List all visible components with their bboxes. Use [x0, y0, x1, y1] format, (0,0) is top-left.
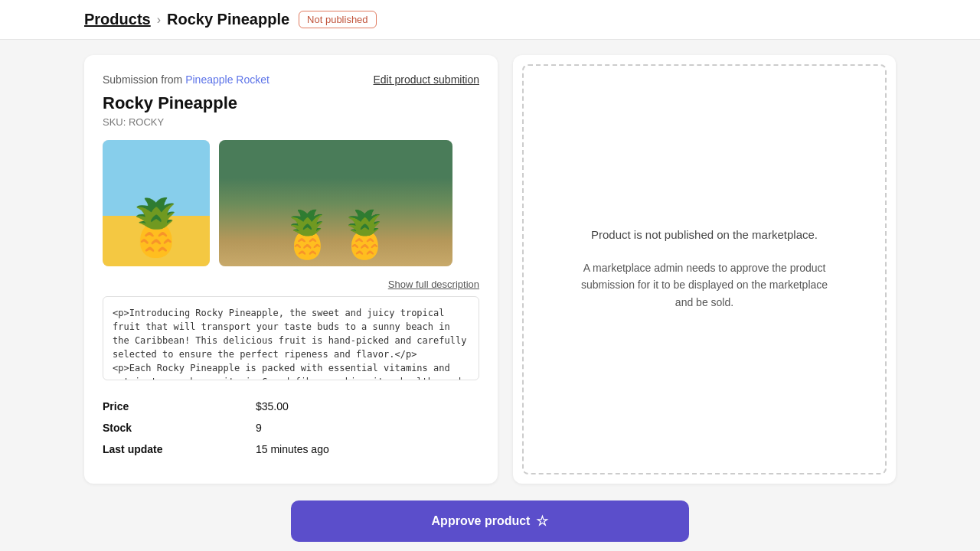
not-published-text: Product is not published on the marketpl… [591, 228, 818, 241]
approve-bar: Approve product ☆ [0, 491, 980, 551]
last-update-label: Last update [103, 443, 256, 455]
edit-product-link[interactable]: Edit product submition [373, 73, 479, 86]
star-icon: ☆ [536, 513, 548, 530]
stock-label: Stock [103, 422, 256, 434]
admin-needs-text: A marketplace admin needs to approve the… [574, 259, 835, 311]
breadcrumb: Products › Rocky Pineapple Not published [0, 0, 980, 40]
breadcrumb-products-link[interactable]: Products [84, 11, 151, 28]
last-update-row: Last update 15 minutes ago [103, 439, 479, 460]
submitter-link[interactable]: Pineapple Rocket [185, 73, 270, 86]
last-update-value: 15 minutes ago [256, 443, 329, 455]
stock-value: 9 [256, 422, 262, 434]
submission-header: Submission from Pineapple Rocket Edit pr… [103, 73, 479, 86]
product-image-2 [219, 140, 452, 266]
product-card: Submission from Pineapple Rocket Edit pr… [84, 55, 498, 484]
product-details: Price $35.00 Stock 9 Last update 15 minu… [103, 396, 479, 460]
product-image-1-visual [103, 140, 210, 266]
approve-product-button[interactable]: Approve product ☆ [291, 500, 689, 542]
product-title: Rocky Pineapple [103, 93, 479, 113]
dashed-border-container: Product is not published on the marketpl… [522, 64, 887, 474]
show-full-description-link[interactable]: Show full description [103, 279, 479, 290]
chevron-right-icon: › [157, 13, 161, 27]
product-sku: SKU: ROCKY [103, 116, 479, 128]
price-row: Price $35.00 [103, 396, 479, 417]
price-label: Price [103, 400, 256, 412]
breadcrumb-current-page: Rocky Pineapple [167, 11, 289, 28]
product-images [103, 140, 479, 266]
product-description: <p>Introducing Rocky Pineapple, the swee… [103, 296, 479, 380]
status-badge: Not published [299, 11, 377, 28]
product-image-2-visual [219, 140, 452, 266]
submission-from-label: Submission from Pineapple Rocket [103, 73, 270, 86]
approve-button-label: Approve product [432, 514, 531, 528]
product-image-1 [103, 140, 210, 266]
price-value: $35.00 [256, 400, 289, 412]
main-content: Submission from Pineapple Rocket Edit pr… [0, 40, 980, 551]
stock-row: Stock 9 [103, 417, 479, 439]
right-panel: Product is not published on the marketpl… [513, 55, 896, 484]
